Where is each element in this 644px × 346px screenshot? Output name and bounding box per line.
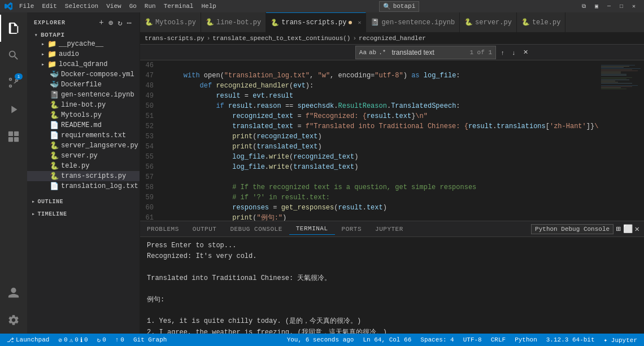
settings-icon[interactable] <box>0 306 27 334</box>
maximize-btn[interactable]: □ <box>616 2 627 11</box>
panel-close-icon[interactable]: ✕ <box>635 224 639 234</box>
tab-tele[interactable]: 🐍 tele.py <box>517 12 565 32</box>
terminal-line: Translated into Traditional Chinese: 天氣很… <box>147 273 637 284</box>
tree-item-mytools[interactable]: 🐍 Mytools.py <box>27 110 140 120</box>
tab-close-btn[interactable]: ✕ <box>358 19 361 26</box>
new-file-icon[interactable]: + <box>98 17 105 29</box>
find-match-case[interactable]: Aa <box>359 49 367 56</box>
status-position[interactable]: Ln 64, Col 66 <box>360 336 414 343</box>
breadcrumb-part-2[interactable]: translate_speech_to_text_continuous() <box>212 35 350 42</box>
split-editor-btn[interactable]: ⧉ <box>578 2 590 11</box>
explorer-icon[interactable] <box>0 15 27 42</box>
status-python-version[interactable]: 3.12.3 64-bit <box>544 336 597 343</box>
panel-split-icon[interactable]: ⊞ <box>616 224 620 234</box>
tree-item-line-bot[interactable]: 🐍 line-bot.py <box>27 100 140 110</box>
tree-item-audio[interactable]: ▸ 📁 audio <box>27 49 140 59</box>
tree-item-requirements[interactable]: 📄 requirements.txt <box>27 130 140 141</box>
terminal-content[interactable]: Press Enter to stop... Recognized: It's … <box>140 237 644 334</box>
status-git-push[interactable]: ↑ 0 <box>113 336 127 343</box>
global-search[interactable]: 🔍 botapi <box>379 1 420 12</box>
refresh-icon[interactable]: ↻ <box>116 17 123 29</box>
tree-root[interactable]: ▾ BOTAPI <box>27 31 140 39</box>
status-spaces[interactable]: Spaces: 4 <box>418 336 456 343</box>
panel-tab-ports[interactable]: PORTS <box>335 224 369 235</box>
panel-tab-output[interactable]: OUTPUT <box>186 224 224 235</box>
breadcrumb-part-1[interactable]: trans-scripts.py <box>145 35 204 42</box>
warning-icon: ⚠ <box>69 336 73 344</box>
panel-tab-debug[interactable]: DEBUG CONSOLE <box>223 224 289 235</box>
find-whole-word[interactable]: ab <box>369 49 376 56</box>
tab-label: line-bot.py <box>216 19 261 27</box>
status-language[interactable]: Python <box>512 336 539 343</box>
menu-help[interactable]: Help <box>198 2 219 11</box>
status-encoding[interactable]: UTF-8 <box>461 336 484 343</box>
status-git-sync[interactable]: ↻ 0 <box>95 336 108 344</box>
close-btn[interactable]: ✕ <box>628 2 639 11</box>
tree-item-gen-sentence[interactable]: 📓 gen-sentence.ipynb <box>27 90 140 100</box>
tab-trans-scripts[interactable]: 🐍 trans-scripts.py ✕ <box>266 12 366 32</box>
status-line-ending[interactable]: CRLF <box>489 336 508 343</box>
svg-rect-4 <box>599 60 644 221</box>
new-folder-icon[interactable]: ⊕ <box>107 17 114 29</box>
menu-file[interactable]: File <box>16 2 37 11</box>
tree-item-server[interactable]: 🐍 server.py <box>27 151 140 161</box>
titlebar-menus: File Edit Selection View Go Run Terminal… <box>16 2 220 11</box>
minimap <box>599 60 644 221</box>
panel-maximize-icon[interactable]: ⬜ <box>623 224 633 234</box>
code-area[interactable]: with open("translation_log.txt", "w", en… <box>163 60 599 221</box>
tree-item-docker-compose[interactable]: 🐳 Docker-compose.yml <box>27 69 140 80</box>
find-next-btn[interactable]: ↓ <box>510 47 519 58</box>
svg-rect-0 <box>8 132 13 136</box>
tree-item-pycache[interactable]: ▸ 📁 __pycache__ <box>27 39 140 49</box>
accounts-icon[interactable] <box>0 279 27 306</box>
svg-rect-11 <box>601 72 621 72</box>
menu-go[interactable]: Go <box>126 2 140 11</box>
collapse-all-icon[interactable]: ⋯ <box>126 17 133 29</box>
status-git-graph[interactable]: Git Graph <box>131 336 169 343</box>
file-icon: 📄 <box>50 121 59 130</box>
find-input[interactable] <box>388 47 467 58</box>
svg-rect-22 <box>601 86 632 87</box>
tree-item-qdrant[interactable]: ▸ 📁 local_qdrand <box>27 59 140 69</box>
menu-selection[interactable]: Selection <box>62 2 102 11</box>
panel-tab-jupyter[interactable]: JUPYTER <box>368 224 410 235</box>
file-icon: 🐍 <box>50 141 59 150</box>
tab-icon: 🐍 <box>145 18 153 27</box>
svg-rect-16 <box>601 78 626 79</box>
panel-tab-problems[interactable]: PROBLEMS <box>140 224 186 235</box>
run-debug-icon[interactable] <box>0 96 27 123</box>
tab-line-bot[interactable]: 🐍 line-bot.py <box>201 12 266 32</box>
tree-item-dockerfile[interactable]: 🐳 Dockerfile <box>27 80 140 90</box>
root-label: BOTAPI <box>41 32 65 38</box>
menu-edit[interactable]: Edit <box>38 2 60 11</box>
breadcrumb-part-3[interactable]: recognized_handler <box>359 35 426 42</box>
panel-tab-terminal[interactable]: TERMINAL <box>289 223 335 235</box>
status-errors[interactable]: ⊘ 0 ⚠ 0 ℹ 0 <box>56 336 90 344</box>
source-control-icon[interactable]: 1 <box>0 69 27 96</box>
search-icon[interactable] <box>0 42 27 69</box>
find-prev-btn[interactable]: ↑ <box>498 47 507 58</box>
minimize-btn[interactable]: ─ <box>603 2 615 11</box>
extensions-icon[interactable] <box>0 123 27 150</box>
breadcrumb: trans-scripts.py › translate_speech_to_t… <box>140 32 644 45</box>
layout-btn[interactable]: ▣ <box>591 2 602 11</box>
menu-view[interactable]: View <box>103 2 124 11</box>
tree-item-trans-scripts[interactable]: 🐍 trans-scripts.py <box>27 171 140 181</box>
status-jupyter[interactable]: ✦ Jupyter <box>602 336 639 344</box>
terminal-line <box>147 284 637 295</box>
tree-item-server-langserve[interactable]: 🐍 server_langserve.py <box>27 141 140 151</box>
tree-item-translation-log[interactable]: 📄 translation_log.txt <box>27 181 140 191</box>
terminal-line <box>147 305 637 316</box>
tab-mytools[interactable]: 🐍 Mytools.py <box>140 12 201 32</box>
tree-item-tele[interactable]: 🐍 tele.py <box>27 161 140 171</box>
find-close-btn[interactable]: ✕ <box>520 47 531 58</box>
tab-gen-sentence[interactable]: 📓 gen-sentence.ipynb <box>366 12 460 32</box>
menu-run[interactable]: Run <box>141 2 159 11</box>
outline-section[interactable]: ▸ OUTLINE <box>27 196 140 207</box>
menu-terminal[interactable]: Terminal <box>160 2 197 11</box>
tab-server[interactable]: 🐍 server.py <box>460 12 517 32</box>
tree-item-readme[interactable]: 📄 READEME.md <box>27 120 140 130</box>
timeline-section[interactable]: ▸ TIMELINE <box>27 208 140 220</box>
status-git-branch[interactable]: ⎇ Launchpad <box>5 336 51 344</box>
find-regex[interactable]: .* <box>378 49 386 56</box>
